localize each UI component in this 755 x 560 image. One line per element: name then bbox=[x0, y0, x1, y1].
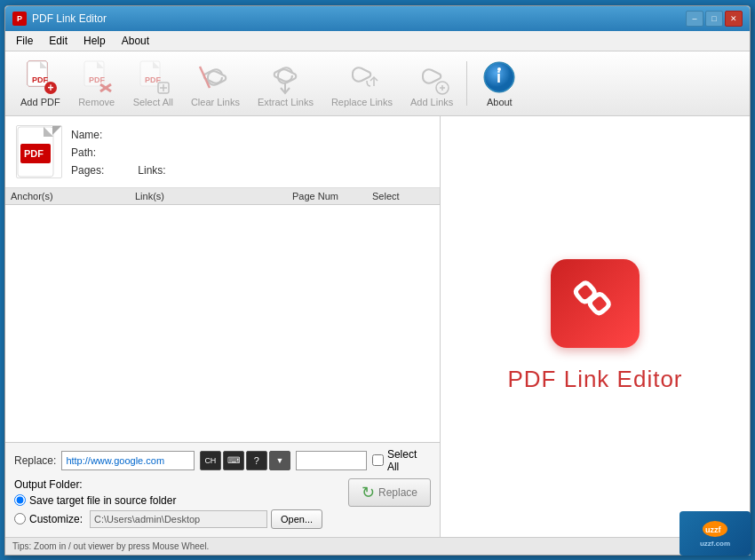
radio-source[interactable] bbox=[14, 494, 26, 506]
icon-group: CH ⌨ ? ▼ bbox=[200, 451, 290, 470]
icon-ch-button[interactable]: CH bbox=[200, 451, 221, 470]
name-row: Name: bbox=[71, 129, 170, 141]
status-bar: Tips: Zoom in / out viewer by press Mous… bbox=[5, 537, 750, 555]
menu-help[interactable]: Help bbox=[76, 33, 113, 49]
extract-links-label: Extract Links bbox=[258, 97, 314, 107]
customize-path-input[interactable] bbox=[90, 510, 267, 528]
links-label: Links: bbox=[138, 164, 165, 177]
clear-links-label: Clear Links bbox=[191, 97, 240, 107]
svg-text:PDF: PDF bbox=[32, 75, 49, 84]
about-icon: i bbox=[481, 59, 517, 95]
menu-about[interactable]: About bbox=[115, 33, 156, 49]
file-info: PDF Name: Path: Pages: bbox=[5, 116, 440, 188]
select-all-check-label: Select All bbox=[387, 448, 431, 473]
radio-source-label: Save target file in source folder bbox=[29, 494, 176, 507]
name-label: Name: bbox=[71, 129, 102, 141]
watermark: uzzf uzzf.com bbox=[680, 511, 751, 556]
add-pdf-label: Add PDF bbox=[20, 97, 60, 107]
extract-links-button[interactable]: Extract Links bbox=[250, 55, 322, 112]
path-row: Path: bbox=[71, 146, 170, 159]
add-links-icon bbox=[414, 59, 449, 95]
table-body bbox=[5, 205, 440, 442]
col-links: Link(s) bbox=[135, 191, 292, 201]
radio-source-row: Save target file in source folder bbox=[14, 494, 322, 507]
menu-file[interactable]: File bbox=[9, 33, 40, 49]
minimize-button[interactable]: – bbox=[686, 11, 703, 27]
app-title-right: PDF Link Editor bbox=[507, 366, 682, 393]
replace-links-icon bbox=[344, 59, 379, 95]
replace-links-button[interactable]: Replace Links bbox=[323, 55, 401, 112]
col-select: Select bbox=[372, 191, 434, 201]
left-panel: PDF Name: Path: Pages: bbox=[5, 116, 441, 537]
output-row: Output Folder: bbox=[14, 478, 322, 491]
remove-button[interactable]: PDF Remove bbox=[70, 55, 123, 112]
file-meta: Name: Path: Pages: Links: bbox=[71, 125, 170, 177]
about-label: About bbox=[487, 97, 513, 107]
path-label: Path: bbox=[71, 146, 96, 159]
app-icon: P bbox=[12, 12, 27, 26]
tips-text: Tips: Zoom in / out viewer by press Mous… bbox=[12, 541, 209, 551]
replace-url-input[interactable] bbox=[61, 451, 195, 470]
menu-bar: File Edit Help About bbox=[5, 31, 750, 51]
right-panel: PDF Link Editor bbox=[441, 116, 750, 537]
maximize-button[interactable]: □ bbox=[705, 11, 723, 27]
replace-action-button[interactable]: ↻ Replace bbox=[348, 478, 431, 507]
replace-label: Replace: bbox=[14, 454, 56, 467]
icon-kb-button[interactable]: ⌨ bbox=[223, 451, 244, 470]
title-controls: – □ ✕ bbox=[686, 11, 743, 27]
logo-chain-icon bbox=[560, 266, 630, 342]
app-logo bbox=[551, 259, 640, 348]
clear-links-button[interactable]: Clear Links bbox=[183, 55, 248, 112]
select-all-checkbox[interactable] bbox=[372, 454, 384, 466]
main-window: P PDF Link Editor – □ ✕ File Edit Help A… bbox=[4, 5, 751, 556]
toolbar: PDF + Add PDF PDF Remove bbox=[5, 51, 750, 116]
menu-edit[interactable]: Edit bbox=[42, 33, 75, 49]
replace-row: Replace: CH ⌨ ? ▼ Select All bbox=[14, 448, 431, 473]
select-all-label: Select All bbox=[133, 97, 173, 107]
pdf-thumbnail: PDF bbox=[16, 125, 62, 178]
replace-input2[interactable] bbox=[296, 451, 367, 470]
logo-background bbox=[551, 259, 640, 348]
radio-customize[interactable] bbox=[14, 513, 26, 525]
radio-custom-row: Customize: Open... bbox=[14, 509, 322, 529]
close-button[interactable]: ✕ bbox=[725, 11, 743, 27]
radio-customize-label: Customize: bbox=[29, 513, 83, 525]
col-anchor: Anchor(s) bbox=[11, 191, 135, 201]
title-bar-left: P PDF Link Editor bbox=[12, 12, 107, 26]
select-all-button[interactable]: PDF Select All bbox=[125, 55, 181, 112]
svg-text:uzzf: uzzf bbox=[705, 525, 721, 534]
output-label: Output Folder: bbox=[14, 478, 83, 491]
remove-label: Remove bbox=[78, 97, 115, 107]
bottom-bar: Replace: CH ⌨ ? ▼ Select All bbox=[5, 442, 440, 537]
replace-action-label: Replace bbox=[378, 486, 417, 499]
pages-row: Pages: Links: bbox=[71, 164, 170, 177]
svg-text:PDF: PDF bbox=[24, 148, 44, 159]
remove-icon: PDF bbox=[79, 59, 115, 95]
add-pdf-button[interactable]: PDF + Add PDF bbox=[12, 55, 68, 112]
icon-dropdown-button[interactable]: ▼ bbox=[269, 451, 290, 470]
svg-text:PDF: PDF bbox=[89, 75, 106, 84]
col-pagenum: Page Num bbox=[292, 191, 372, 201]
main-content: PDF Name: Path: Pages: bbox=[5, 116, 750, 537]
open-button[interactable]: Open... bbox=[271, 509, 322, 529]
pages-label: Pages: bbox=[71, 164, 104, 177]
add-links-label: Add Links bbox=[410, 97, 453, 107]
table-header: Anchor(s) Link(s) Page Num Select bbox=[5, 188, 440, 205]
about-button[interactable]: i About bbox=[473, 55, 526, 112]
replace-links-label: Replace Links bbox=[331, 97, 393, 107]
clear-links-icon bbox=[197, 59, 233, 95]
svg-text:i: i bbox=[497, 68, 501, 86]
icon-help-button[interactable]: ? bbox=[246, 451, 267, 470]
replace-arrow-icon: ↻ bbox=[362, 483, 375, 502]
add-pdf-icon: PDF + bbox=[22, 59, 58, 95]
toolbar-separator bbox=[466, 61, 467, 106]
select-all-check: Select All bbox=[372, 448, 431, 473]
select-all-icon: PDF bbox=[135, 59, 171, 95]
window-title: PDF Link Editor bbox=[32, 12, 107, 25]
svg-point-23 bbox=[497, 67, 501, 71]
title-bar: P PDF Link Editor – □ ✕ bbox=[5, 6, 750, 31]
svg-text:+: + bbox=[48, 82, 54, 94]
extract-links-icon bbox=[267, 59, 303, 95]
add-links-button[interactable]: Add Links bbox=[402, 55, 461, 112]
